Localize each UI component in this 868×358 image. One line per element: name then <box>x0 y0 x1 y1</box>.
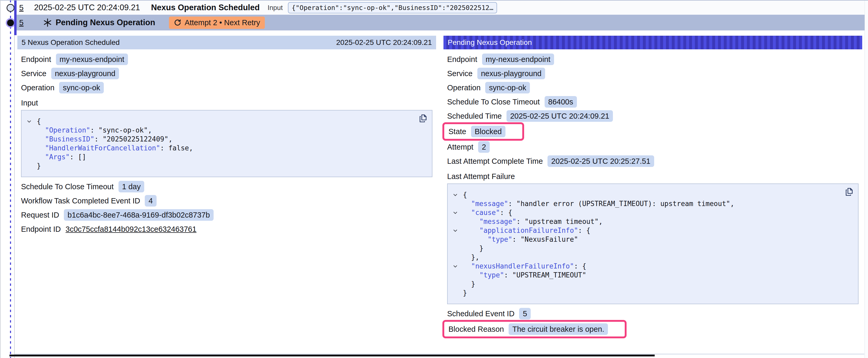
json-line-gutter <box>448 235 463 244</box>
chevron-down-icon[interactable] <box>22 117 37 126</box>
json-line: "Args": [] <box>22 153 413 161</box>
json-line: "message": "handler error (UPSTREAM_TIME… <box>448 199 840 208</box>
field-operation: Operation sync-op-ok <box>447 82 859 93</box>
json-line-gutter <box>22 161 37 170</box>
json-text: { <box>37 117 41 126</box>
field-value-chip: nexus-playground <box>51 68 119 79</box>
field-label: State <box>448 127 466 136</box>
chevron-down-icon[interactable] <box>448 226 463 235</box>
json-line-gutter <box>448 280 463 288</box>
event-details-area: 5 Nexus Operation Scheduled 2025-02-25 U… <box>14 30 864 358</box>
field-attempt: Attempt 2 <box>447 141 859 153</box>
field-scheduled-time: Scheduled Time 2025-02-25 UTC 20:24:09.2… <box>447 110 859 122</box>
input-json-viewer: { "Operation": "sync-op-ok", "BusinessID… <box>21 110 432 177</box>
field-blocked-reason-highlight-annotation: Blocked Reason The circuit breaker is op… <box>442 320 626 338</box>
field-label: Operation <box>447 84 480 92</box>
field-label: Schedule To Close Timeout <box>21 183 114 191</box>
json-line: } <box>448 288 840 297</box>
json-line: }, <box>448 253 840 262</box>
json-line-gutter <box>448 199 463 208</box>
field-value-chip: sync-op-ok <box>59 82 104 93</box>
json-text: "message": "upstream timeout", <box>463 217 603 226</box>
field-workflow-task-completed-event-id: Workflow Task Completed Event ID 4 <box>21 195 432 206</box>
field-value-chip: 2 <box>478 141 490 153</box>
endpoint-id-link[interactable]: 3c0c75ccfa8144b092c13ce632463761 <box>66 225 196 234</box>
json-text: "type": "NexusFailure" <box>463 235 578 244</box>
field-label: Endpoint <box>21 55 51 64</box>
pending-panel-body: Endpoint my-nexus-endpoint Service nexus… <box>443 50 862 336</box>
event-id-link[interactable]: 5 <box>19 18 24 27</box>
scheduled-panel-header: 5 Nexus Operation Scheduled 2025-02-25 U… <box>17 36 436 50</box>
field-state-highlight-annotation: State Blocked <box>442 122 524 141</box>
event-row-scheduled[interactable]: 5 2025-02-25 UTC 20:24:09.21 Nexus Opera… <box>17 1 864 15</box>
json-line-gutter <box>448 253 463 262</box>
field-value-chip: 1 day <box>119 181 145 192</box>
json-line: "message": "upstream timeout", <box>448 217 840 226</box>
field-value-chip: b1c6a4bc-8ee7-468a-9169-df3b02c8737b <box>64 209 214 221</box>
input-preview-chip: {"Operation":"sync-op-ok","BusinessID":"… <box>288 2 497 13</box>
copy-icon[interactable] <box>418 113 428 123</box>
chevron-down-icon[interactable] <box>448 190 463 199</box>
panel-timestamp: 2025-02-25 UTC 20:24:09.21 <box>336 38 432 47</box>
event-row-pending[interactable]: 5 Pending Nexus Operation Attempt 2 • Ne… <box>17 15 865 30</box>
field-value-chip: 86400s <box>545 96 577 108</box>
json-line-gutter <box>448 270 463 280</box>
scheduled-event-panel: 5 Nexus Operation Scheduled 2025-02-25 U… <box>17 36 436 358</box>
json-line-gutter <box>22 153 37 161</box>
json-line-gutter <box>22 135 37 143</box>
scrollbar-track[interactable] <box>865 1 868 358</box>
timeline-event-circle-icon <box>6 4 14 12</box>
json-line: "type": "UPSTREAM_TIMEOUT" <box>448 270 840 280</box>
json-text: { <box>463 190 467 199</box>
field-value-chip: 2025-02-25 UTC 20:25:27.51 <box>548 155 654 167</box>
chevron-down-icon[interactable] <box>448 262 463 270</box>
input-section-label: Input <box>21 99 432 107</box>
details-bottom-divider <box>15 354 864 354</box>
json-text: "nexusHandlerFailureInfo": { <box>463 262 586 270</box>
json-text: } <box>37 161 41 170</box>
timeline-connector-line <box>10 0 11 358</box>
field-value-chip: 4 <box>145 195 156 206</box>
field-service: Service nexus-playground <box>21 68 432 79</box>
selected-event-accent-bar <box>14 1 17 35</box>
event-id-link[interactable]: 5 <box>19 3 24 12</box>
json-line-gutter <box>448 217 463 226</box>
json-text: "type": "UPSTREAM_TIMEOUT" <box>463 270 586 280</box>
retry-badge-label: Attempt 2 • Next Retry <box>185 19 260 27</box>
chevron-down-icon[interactable] <box>448 208 463 217</box>
field-label: Service <box>21 69 46 78</box>
json-line: } <box>448 280 840 288</box>
copy-icon[interactable] <box>844 187 854 197</box>
asterisk-icon <box>43 18 52 27</box>
field-value-chip: my-nexus-endpoint <box>482 54 554 65</box>
scheduled-panel-body: Endpoint my-nexus-endpoint Service nexus… <box>17 50 436 237</box>
field-request-id: Request ID b1c6a4bc-8ee7-468a-9169-df3b0… <box>21 209 432 221</box>
pending-panel-header: Pending Nexus Operation <box>443 36 862 50</box>
json-line-gutter <box>448 288 463 297</box>
details-bottom-border <box>9 355 655 356</box>
json-text: "applicationFailureInfo": { <box>463 226 590 235</box>
json-text: "cause": { <box>463 208 512 217</box>
field-schedule-to-close-timeout: Schedule To Close Timeout 86400s <box>447 96 859 108</box>
field-value-chip: 2025-02-25 UTC 20:24:09.21 <box>506 110 613 122</box>
field-label: Last Attempt Complete Time <box>447 157 543 166</box>
field-endpoint: Endpoint my-nexus-endpoint <box>21 54 432 65</box>
field-label: Request ID <box>21 211 59 220</box>
timeline-pending-dot-icon <box>7 20 14 26</box>
json-text: "BusinessID": "20250225122409", <box>37 135 173 143</box>
window-left-border <box>0 0 1 358</box>
json-text: "Operation": "sync-op-ok", <box>37 126 152 135</box>
window-top-border <box>0 0 868 1</box>
json-line-gutter <box>448 244 463 253</box>
json-line: } <box>448 244 840 253</box>
failure-json-viewer: { "message": "handler error (UPSTREAM_TI… <box>447 184 859 304</box>
json-text: } <box>463 244 484 253</box>
field-endpoint-id: Endpoint ID 3c0c75ccfa8144b092c13ce63246… <box>21 223 432 235</box>
field-last-attempt-complete-time: Last Attempt Complete Time 2025-02-25 UT… <box>447 155 859 167</box>
json-text: "HandlerWaitForCancellation": false, <box>37 143 193 153</box>
json-text: "message": "handler error (UPSTREAM_TIME… <box>463 199 734 208</box>
panel-title: Pending Nexus Operation <box>448 38 532 47</box>
field-label: Scheduled Event ID <box>447 310 515 318</box>
json-text: }, <box>463 253 479 262</box>
retry-status-badge: Attempt 2 • Next Retry <box>169 17 265 29</box>
